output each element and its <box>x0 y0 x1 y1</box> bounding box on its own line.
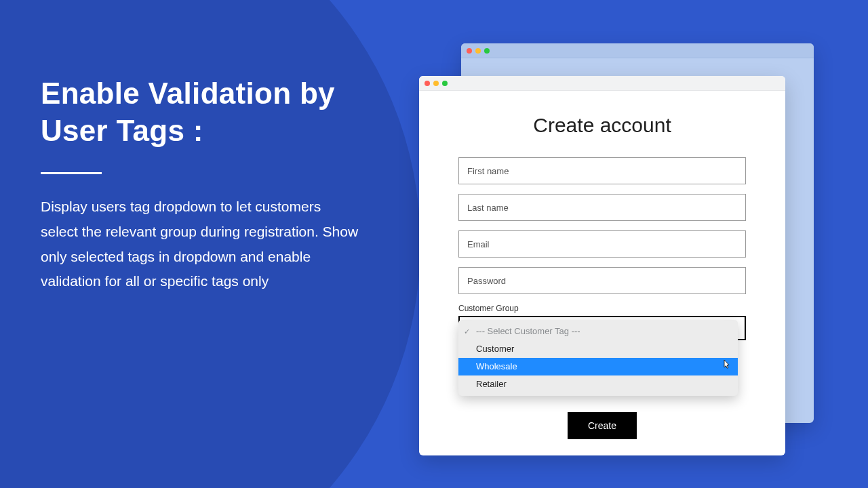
divider <box>41 172 102 174</box>
customer-group-label: Customer Group <box>458 304 746 313</box>
create-button[interactable]: Create <box>568 412 637 439</box>
titlebar-front <box>419 76 785 91</box>
dropdown-option-customer[interactable]: Customer <box>458 340 738 358</box>
password-input[interactable]: Password <box>458 267 746 294</box>
close-icon[interactable] <box>425 81 430 86</box>
last-name-input[interactable]: Last name <box>458 194 746 221</box>
form-title: Create account <box>458 114 746 137</box>
dropdown-placeholder[interactable]: --- Select Customer Tag --- <box>458 323 738 340</box>
maximize-icon[interactable] <box>484 48 490 54</box>
titlebar-back <box>461 43 814 58</box>
minimize-icon[interactable] <box>475 48 481 54</box>
first-name-input[interactable]: First name <box>458 157 746 184</box>
maximize-icon[interactable] <box>442 81 448 86</box>
dropdown-option-wholesale[interactable]: Wholesale <box>458 358 738 375</box>
close-icon[interactable] <box>467 48 472 54</box>
headline: Enable Validation by User Tags : <box>41 75 373 149</box>
window-front: Create account First name Last name Emai… <box>419 76 785 455</box>
email-input[interactable]: Email <box>458 230 746 258</box>
dropdown-option-label: Wholesale <box>476 361 517 371</box>
cursor-icon <box>722 359 731 373</box>
customer-group-select[interactable]: --- Select Customer Tag --- Customer Who… <box>458 316 746 340</box>
body-text: Display users tag dropdown to let custom… <box>41 195 359 294</box>
dropdown-option-retailer[interactable]: Retailer <box>458 375 738 393</box>
minimize-icon[interactable] <box>433 81 439 86</box>
customer-group-dropdown[interactable]: --- Select Customer Tag --- Customer Who… <box>458 320 738 396</box>
marketing-copy: Enable Validation by User Tags : Display… <box>41 75 373 294</box>
create-account-form: Create account First name Last name Emai… <box>419 91 785 340</box>
